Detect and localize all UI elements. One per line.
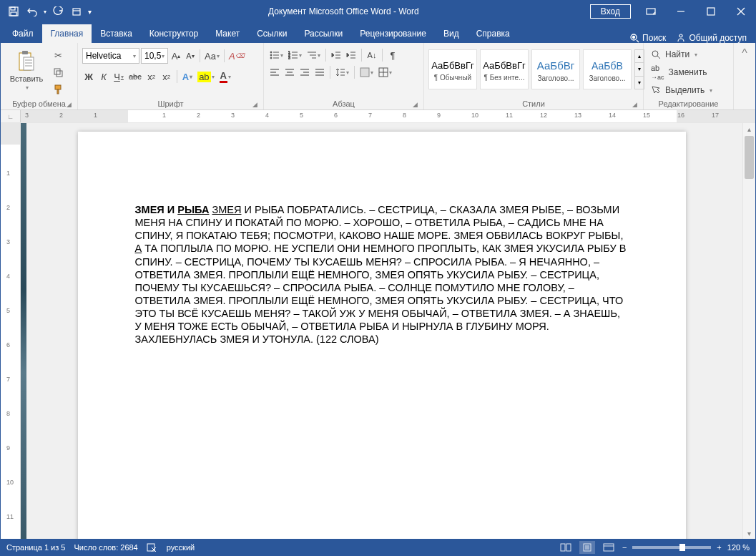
style-normal[interactable]: АаБбВвГг¶ Обычный xyxy=(428,49,477,89)
decrease-indent-icon[interactable] xyxy=(330,48,343,62)
replace-button[interactable]: ab→acЗаменить xyxy=(648,62,715,82)
increase-indent-icon[interactable] xyxy=(345,48,358,62)
search-button[interactable]: Поиск xyxy=(629,33,666,43)
tab-mailings[interactable]: Рассылки xyxy=(295,24,351,43)
view-web-icon[interactable] xyxy=(601,541,617,554)
maximize-icon[interactable] xyxy=(697,1,725,22)
zoom-in-icon[interactable]: + xyxy=(717,543,721,552)
underline-icon[interactable]: Ч▾ xyxy=(112,69,125,84)
subscript-icon[interactable]: x2 xyxy=(145,69,158,84)
qat-customize-icon[interactable]: ▾ xyxy=(88,8,92,16)
document-text[interactable]: ЗМЕЯ И РЫБА ЗМЕЯ И РЫБА ПОБРАТАЛИСЬ. – С… xyxy=(135,203,629,346)
tab-home[interactable]: Главная xyxy=(42,24,92,43)
style-nospacing[interactable]: АаБбВвГг¶ Без инте... xyxy=(480,49,529,89)
document-viewport[interactable]: ЗМЕЯ И РЫБА ЗМЕЯ И РЫБА ПОБРАТАЛИСЬ. – С… xyxy=(21,123,742,539)
font-name-combobox[interactable]: Helvetica▾ xyxy=(82,48,139,64)
show-marks-icon[interactable]: ¶ xyxy=(386,48,399,62)
style-heading1[interactable]: АаБбВгЗаголово... xyxy=(531,49,580,89)
numbering-icon[interactable]: 123▾ xyxy=(287,48,303,62)
clipboard-launcher-icon[interactable]: ◢ xyxy=(67,101,72,108)
italic-icon[interactable]: К xyxy=(97,69,110,84)
group-clipboard-label: Буфер обмена xyxy=(12,99,66,108)
login-button[interactable]: Вход xyxy=(590,4,631,19)
tab-design[interactable]: Конструктор xyxy=(141,24,207,43)
zoom-value[interactable]: 120 % xyxy=(727,543,750,552)
grow-font-icon[interactable]: A▴ xyxy=(170,49,182,63)
close-icon[interactable] xyxy=(727,1,755,22)
highlight-icon[interactable]: ab▾ xyxy=(196,69,215,84)
svg-rect-1 xyxy=(11,7,15,10)
shrink-font-icon[interactable]: A▾ xyxy=(184,49,197,63)
horizontal-ruler[interactable]: 3211234567891011121314151617 xyxy=(21,110,755,122)
tab-references[interactable]: Ссылки xyxy=(248,24,295,43)
vertical-scrollbar[interactable]: ▴ ▾ xyxy=(742,123,755,539)
tab-layout[interactable]: Макет xyxy=(207,24,248,43)
minimize-icon[interactable] xyxy=(667,1,695,22)
superscript-icon[interactable]: x2 xyxy=(160,69,173,84)
document-page[interactable]: ЗМЕЯ И РЫБА ЗМЕЯ И РЫБА ПОБРАТАЛИСЬ. – С… xyxy=(78,132,686,539)
tab-file[interactable]: Файл xyxy=(4,24,42,43)
text-effects-icon[interactable]: A▾ xyxy=(181,69,194,84)
zoom-slider[interactable] xyxy=(632,546,711,549)
undo-icon[interactable] xyxy=(25,4,39,19)
style-heading2[interactable]: АаБбВЗаголово... xyxy=(583,49,632,89)
scroll-up-icon[interactable]: ▴ xyxy=(743,123,755,135)
line-spacing-icon[interactable]: ▾ xyxy=(334,65,350,79)
font-size-combobox[interactable]: 10,5▾ xyxy=(141,48,168,64)
save-icon[interactable] xyxy=(6,4,21,19)
tab-review[interactable]: Рецензирование xyxy=(351,24,435,43)
paste-button[interactable]: Вставить ▾ xyxy=(5,45,48,95)
styles-scroll[interactable]: ▴ ▾ ▾ xyxy=(634,49,644,89)
cut-icon[interactable]: ✂ xyxy=(51,48,65,62)
svg-point-64 xyxy=(652,51,658,57)
bold-icon[interactable]: Ж xyxy=(82,69,95,84)
copy-icon[interactable] xyxy=(51,65,65,79)
status-language[interactable]: русский xyxy=(167,543,195,552)
ribbon-options-icon[interactable] xyxy=(637,1,665,22)
status-words[interactable]: Число слов: 2684 xyxy=(74,543,137,552)
font-launcher-icon[interactable]: ◢ xyxy=(252,101,257,108)
svg-point-13 xyxy=(679,34,682,37)
scroll-thumb[interactable] xyxy=(745,136,754,179)
redo-icon[interactable] xyxy=(51,4,65,19)
justify-icon[interactable] xyxy=(313,65,326,79)
collapse-ribbon-icon[interactable]: ^ xyxy=(734,43,755,109)
align-center-icon[interactable] xyxy=(283,65,296,79)
zoom-out-icon[interactable]: − xyxy=(622,543,627,552)
font-color-icon[interactable]: A▾ xyxy=(218,69,232,84)
svg-rect-22 xyxy=(55,85,61,89)
align-right-icon[interactable] xyxy=(298,65,311,79)
borders-icon[interactable]: ▾ xyxy=(377,65,393,79)
find-button[interactable]: Найти▾ xyxy=(648,48,715,61)
svg-rect-15 xyxy=(22,51,28,54)
status-proofing-icon[interactable] xyxy=(147,542,158,552)
clear-format-icon[interactable]: A⌫ xyxy=(227,49,246,63)
sort-icon[interactable]: A↓ xyxy=(365,48,378,62)
styles-gallery[interactable]: АаБбВвГг¶ Обычный АаБбВвГг¶ Без инте... … xyxy=(428,45,644,94)
paragraph-launcher-icon[interactable]: ◢ xyxy=(413,101,418,108)
tab-view[interactable]: Вид xyxy=(435,24,468,43)
multilevel-icon[interactable]: ▾ xyxy=(305,48,322,62)
scroll-down-icon[interactable]: ▾ xyxy=(743,527,755,539)
strike-icon[interactable]: abc xyxy=(127,69,143,84)
svg-point-12 xyxy=(633,36,635,39)
vertical-ruler[interactable]: 1234567891011121314151617181920212223242… xyxy=(1,123,21,539)
ribbon-tabs: Файл Главная Вставка Конструктор Макет С… xyxy=(1,22,755,43)
select-button[interactable]: Выделить▾ xyxy=(648,84,715,97)
status-page[interactable]: Страница 1 из 5 xyxy=(6,543,65,552)
bullets-icon[interactable]: ▾ xyxy=(268,48,285,62)
view-print-icon[interactable] xyxy=(579,541,595,554)
svg-point-24 xyxy=(270,52,272,53)
share-button[interactable]: Общий доступ xyxy=(676,33,747,43)
tab-insert[interactable]: Вставка xyxy=(92,24,141,43)
format-painter-icon[interactable] xyxy=(51,82,65,97)
group-editing-label: Редактирование xyxy=(659,99,719,108)
svg-point-26 xyxy=(270,54,272,56)
styles-launcher-icon[interactable]: ◢ xyxy=(632,101,637,108)
view-read-icon[interactable] xyxy=(558,541,574,554)
qat-item-icon[interactable] xyxy=(69,4,84,19)
shading-icon[interactable]: ▾ xyxy=(358,65,375,79)
tab-help[interactable]: Справка xyxy=(468,24,519,43)
align-left-icon[interactable] xyxy=(268,65,281,79)
change-case-icon[interactable]: Aa▾ xyxy=(203,49,221,63)
